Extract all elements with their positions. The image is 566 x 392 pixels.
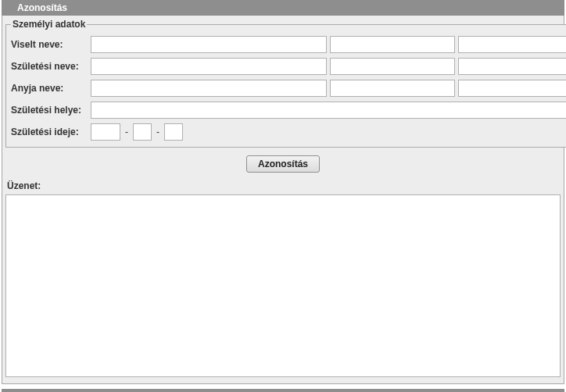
row-viselt-neve: Viselt neve:	[11, 36, 566, 53]
row-szuletesi-helye: Születési helye:	[11, 102, 566, 119]
label-anyja-neve: Anyja neve:	[11, 83, 88, 94]
input-viselt-neve-last[interactable]	[91, 36, 327, 53]
app-frame: Azonosítás Személyi adatok Viselt neve: …	[2, 0, 564, 392]
label-szuletesi-neve: Születési neve:	[11, 61, 88, 72]
input-szuletesi-neve-middle[interactable]	[458, 58, 566, 75]
personal-data-fieldset: Személyi adatok Viselt neve: Születési n…	[5, 19, 566, 148]
row-szuletesi-ideje: Születési ideje: - -	[11, 123, 566, 141]
input-anyja-neve-first[interactable]	[330, 80, 455, 97]
panel-title: Azonosítás	[17, 2, 67, 13]
input-szuletesi-helye[interactable]	[91, 102, 566, 119]
input-birth-year[interactable]	[91, 123, 120, 141]
label-viselt-neve: Viselt neve:	[11, 39, 88, 50]
date-sep-2: -	[155, 127, 161, 137]
input-viselt-neve-middle[interactable]	[458, 36, 566, 53]
input-szuletesi-neve-first[interactable]	[330, 58, 455, 75]
input-szuletesi-neve-last[interactable]	[91, 58, 327, 75]
row-szuletesi-neve: Születési neve:	[11, 58, 566, 75]
panel-footer	[2, 389, 564, 392]
input-anyja-neve-last[interactable]	[91, 80, 327, 97]
input-birth-month[interactable]	[133, 123, 152, 141]
input-viselt-neve-first[interactable]	[330, 36, 455, 53]
input-birth-day[interactable]	[164, 123, 183, 141]
identify-button[interactable]: Azonosítás	[246, 155, 320, 173]
label-szuletesi-ideje: Születési ideje:	[11, 127, 88, 137]
panel-content: Személyi adatok Viselt neve: Születési n…	[2, 16, 564, 384]
row-anyja-neve: Anyja neve:	[11, 80, 566, 97]
input-anyja-neve-middle[interactable]	[458, 80, 566, 97]
personal-data-legend: Személyi adatok	[11, 19, 87, 30]
label-uzenet: Üzenet:	[7, 180, 561, 191]
textarea-uzenet[interactable]	[5, 194, 561, 377]
panel-header: Azonosítás	[2, 0, 564, 16]
button-row: Azonosítás	[5, 152, 561, 179]
date-sep-1: -	[124, 127, 130, 137]
label-szuletesi-helye: Születési helye:	[11, 105, 88, 116]
